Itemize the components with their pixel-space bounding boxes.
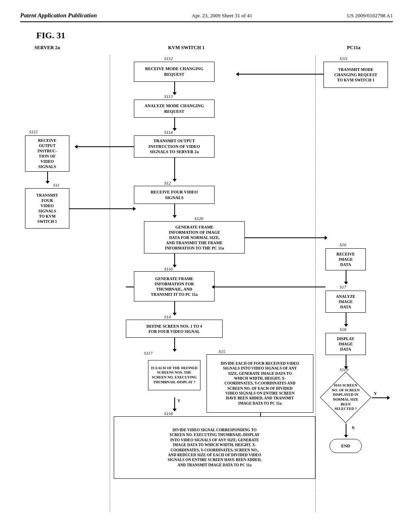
arrowhead-s116-down: [173, 313, 177, 316]
arrowhead-s12-down: [173, 215, 177, 218]
step-s17: S17: [340, 285, 346, 289]
header-right: US 2009/0102798 A1: [347, 12, 393, 19]
box-divide-four: DIVIDE EACH OF FOUR RECEIVED VIDEO SIGNA…: [206, 354, 313, 413]
arrow-s119-n: [346, 424, 346, 436]
step-s16: S16: [340, 242, 346, 247]
arrowhead-s16-down: [344, 282, 348, 285]
step-s114: S114: [164, 130, 173, 135]
arrowhead-s120-to-pc: [325, 236, 327, 240]
arrow-s116-down: [174, 301, 175, 314]
arrow-s14-down: [174, 338, 175, 350]
step-s11: S11: [53, 183, 60, 187]
step-s18: S18: [340, 327, 346, 332]
divider-right: [315, 55, 316, 512]
label-y: Y: [374, 391, 377, 396]
arrow-server-to-kvm: [69, 208, 134, 209]
box-display-image: DISPLAY IMAGE DATA: [325, 333, 366, 355]
box-divide-thumb: DIVIDE VIDEO SIGNAL CORRESPONDING TO SCR…: [114, 416, 315, 479]
arrowhead-s114-down: [173, 179, 177, 182]
pc-header: PC11a: [327, 45, 380, 51]
box-receive-output: RECEIVE OUTPUT INSTRUC- TION OF VIDEO SI…: [25, 135, 69, 172]
arrow-s120-to-pc: [245, 237, 325, 238]
arrow-s116-to-pc: [215, 287, 325, 287]
step-s118: S118: [164, 411, 173, 416]
arrow-s115-down: [47, 172, 48, 182]
arrow-s119-y: [372, 397, 388, 398]
box-generate-thumb: GENERATE FRAME INFORMATION FOR THUMBNAIL…: [134, 271, 215, 301]
label-y-s117: Y: [177, 399, 180, 403]
step-s15: S15: [219, 349, 225, 354]
step-s115: S115: [29, 129, 38, 134]
box-end: END: [330, 439, 362, 453]
label-n: N: [352, 426, 355, 430]
divider-left: [110, 55, 110, 512]
arrow-s120-down: [174, 254, 175, 266]
step-s12: S12: [164, 181, 171, 185]
arrow-s113-down: [174, 118, 175, 129]
arrowhead-s117-y: [173, 409, 177, 411]
box-transmit-output: TRANSMIT OUTPUT INSTRUCTION OF VIDEO SIG…: [134, 135, 215, 158]
arrowhead-s17-down: [344, 324, 348, 327]
arrow-pc-to-kvm: [239, 74, 323, 75]
arrow-s114-down: [174, 158, 175, 180]
box-transmit-mode: TRANSMIT MODE CHANGING REQUEST TO KVM SW…: [323, 62, 388, 88]
arrow-s16-down: [346, 270, 346, 283]
box-receive-image: RECEIVE IMAGE DATA: [325, 248, 366, 270]
arrowhead-pc-to-kvm: [236, 72, 239, 76]
box-receive-mode: RECEIVE MODE CHANGING REQUEST: [134, 62, 215, 82]
arrowhead-server-to-kvm: [133, 207, 136, 211]
step-s116: S116: [164, 266, 173, 271]
page-header: Patent Application Publication Apr. 23, …: [20, 12, 393, 22]
arrowhead-s14-down: [173, 349, 177, 352]
header-left: Patent Application Publication: [20, 12, 97, 19]
arrow-s117-y: [174, 397, 175, 409]
diamond-s119: HAS SCREEN NO. OF SCREEN DISPLAYED IN NO…: [319, 371, 372, 424]
diagram: SERVER 2a KVM SWITCH 1 PC11a S111 TRANSM…: [21, 45, 392, 512]
arrow-s12-down: [174, 204, 175, 216]
box-generate-normal: GENERATE FRAME INFORMATION OF IMAGE DATA…: [144, 221, 245, 254]
box-define-screen: DEFINE SCREEN NOS. 1 TO 4 FOR FOUR VIDEO…: [126, 320, 223, 338]
arrowhead-s115-down: [46, 181, 50, 184]
fig-label: FIG. 31: [36, 30, 393, 41]
step-s111: S111: [340, 56, 348, 61]
arrow-s116-left: [126, 287, 134, 287]
box-analyze-image: ANALYZE IMAGE DATA: [325, 291, 366, 313]
header-center: Apr. 23, 2009 Sheet 31 of 41: [192, 12, 252, 19]
box-analyze-mode: ANALYZE MODE CHANGING REQUEST: [134, 100, 215, 118]
arrowhead-s120-down: [173, 265, 177, 268]
arrow-s114-to-server: [77, 146, 134, 147]
box-transmit-four: TRANSMIT FOUR VIDEO SIGNALS TO KVM SWITC…: [25, 188, 69, 229]
arrowhead-s119-n: [344, 435, 348, 438]
step-s14: S14: [164, 314, 171, 319]
step-s112: S112: [164, 56, 173, 61]
page: Patent Application Publication Apr. 23, …: [0, 0, 413, 532]
box-receive-four: RECEIVE FOUR VIDEO SIGNALS: [134, 186, 215, 204]
arrow-s17-down: [346, 313, 346, 325]
arrow-s18-down: [346, 355, 346, 367]
step-s120: S120: [194, 216, 203, 221]
arrowhead-s116-from-pc: [212, 285, 215, 289]
arrow-s112-down: [174, 82, 175, 93]
kvm-header: KVM SWITCH 1: [134, 45, 239, 51]
arrowhead-s113-down: [173, 128, 177, 131]
diamond-s117: IS EACH OF THE DEFINED SCREENS NOS. THE …: [134, 353, 215, 397]
arrowhead-s112-down: [173, 92, 177, 95]
step-s113: S113: [164, 94, 173, 99]
arrowhead-s119-y: [387, 396, 390, 400]
server-header: SERVER 2a: [21, 45, 73, 51]
arrowhead-s114-to-server: [75, 145, 77, 149]
